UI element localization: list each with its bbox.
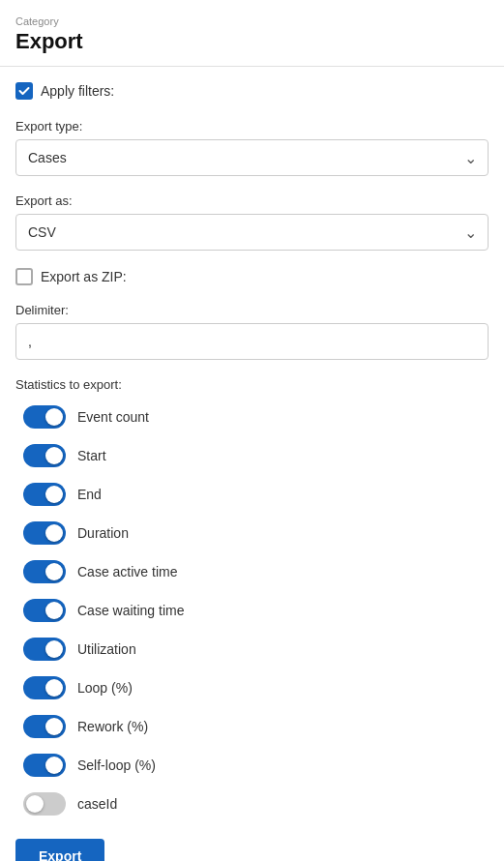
toggle-self-loop[interactable] [23, 754, 66, 777]
toggle-row-duration: Duration [15, 521, 489, 545]
toggle-track-case-id [23, 792, 66, 816]
toggle-case-waiting-time[interactable] [23, 599, 66, 622]
toggle-thumb-rework [45, 718, 63, 735]
toggle-track-end [23, 483, 66, 506]
toggle-row-utilization: Utilization [15, 638, 489, 661]
export-button[interactable]: Export [15, 839, 104, 861]
export-type-select-wrapper: Cases Events Activities ⌄ [15, 139, 489, 176]
toggle-thumb-case-waiting-time [45, 602, 63, 619]
toggle-label-self-loop: Self-loop (%) [77, 757, 156, 773]
toggle-duration[interactable] [23, 521, 66, 545]
toggle-thumb-end [45, 486, 63, 503]
toggle-event-count[interactable] [23, 405, 66, 429]
export-zip-label: Export as ZIP: [41, 269, 127, 284]
toggle-row-case-waiting-time: Case waiting time [15, 599, 489, 622]
toggle-thumb-utilization [45, 640, 63, 658]
toggle-thumb-case-id [26, 795, 44, 813]
statistics-toggle-list: Event countStartEndDurationCase active t… [15, 405, 489, 816]
page-header: Category Export [0, 0, 504, 67]
category-label: Category [15, 15, 489, 27]
toggle-row-start: Start [15, 444, 489, 467]
export-as-select-wrapper: CSV Excel JSON ⌄ [15, 214, 489, 251]
page-title: Export [15, 29, 489, 54]
toggle-label-loop: Loop (%) [77, 680, 133, 696]
export-type-label: Export type: [15, 119, 489, 134]
toggle-row-rework: Rework (%) [15, 715, 489, 738]
export-as-select[interactable]: CSV Excel JSON [15, 214, 489, 251]
toggle-track-start [23, 444, 66, 467]
toggle-row-self-loop: Self-loop (%) [15, 754, 489, 777]
toggle-thumb-event-count [45, 408, 63, 426]
export-type-group: Export type: Cases Events Activities ⌄ [15, 119, 489, 176]
apply-filters-checkbox[interactable] [15, 82, 33, 100]
apply-filters-label: Apply filters: [41, 83, 114, 99]
toggle-row-case-id: caseId [15, 792, 489, 816]
toggle-label-rework: Rework (%) [77, 719, 148, 734]
toggle-label-utilization: Utilization [77, 641, 136, 657]
toggle-row-case-active-time: Case active time [15, 560, 489, 583]
apply-filters-row: Apply filters: [15, 82, 489, 100]
toggle-track-rework [23, 715, 66, 738]
toggle-rework[interactable] [23, 715, 66, 738]
toggle-thumb-duration [45, 524, 63, 542]
delimiter-input[interactable] [15, 323, 489, 360]
delimiter-group: Delimiter: [15, 303, 489, 360]
toggle-row-loop: Loop (%) [15, 676, 489, 699]
toggle-thumb-start [45, 447, 63, 464]
toggle-track-self-loop [23, 754, 66, 777]
export-type-select[interactable]: Cases Events Activities [15, 139, 489, 176]
toggle-label-event-count: Event count [77, 409, 149, 425]
toggle-case-id[interactable] [23, 792, 66, 816]
export-zip-checkbox[interactable] [15, 268, 33, 285]
statistics-section: Statistics to export: Event countStartEn… [15, 377, 489, 816]
toggle-row-end: End [15, 483, 489, 506]
export-as-label: Export as: [15, 193, 489, 208]
export-zip-row: Export as ZIP: [15, 268, 489, 285]
toggle-row-event-count: Event count [15, 405, 489, 429]
toggle-thumb-self-loop [45, 757, 63, 774]
toggle-label-case-active-time: Case active time [77, 564, 177, 579]
toggle-label-start: Start [77, 448, 106, 463]
toggle-case-active-time[interactable] [23, 560, 66, 583]
toggle-loop[interactable] [23, 676, 66, 699]
statistics-label: Statistics to export: [15, 377, 489, 392]
toggle-utilization[interactable] [23, 638, 66, 661]
toggle-thumb-loop [45, 679, 63, 697]
checkmark-icon [18, 85, 30, 97]
toggle-track-case-active-time [23, 560, 66, 583]
toggle-start[interactable] [23, 444, 66, 467]
toggle-track-case-waiting-time [23, 599, 66, 622]
export-as-group: Export as: CSV Excel JSON ⌄ [15, 193, 489, 251]
delimiter-label: Delimiter: [15, 303, 489, 317]
toggle-track-loop [23, 676, 66, 699]
toggle-track-duration [23, 521, 66, 545]
toggle-label-case-id: caseId [77, 796, 117, 812]
toggle-label-case-waiting-time: Case waiting time [77, 603, 185, 618]
toggle-label-duration: Duration [77, 525, 129, 541]
toggle-thumb-case-active-time [45, 563, 63, 580]
toggle-track-utilization [23, 638, 66, 661]
toggle-track-event-count [23, 405, 66, 429]
toggle-end[interactable] [23, 483, 66, 506]
toggle-label-end: End [77, 487, 102, 502]
